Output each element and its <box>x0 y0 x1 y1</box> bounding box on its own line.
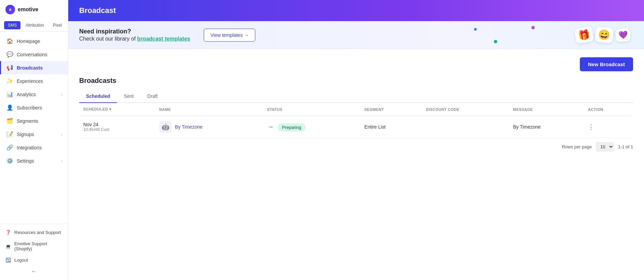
tab-scheduled[interactable]: Scheduled <box>79 90 117 103</box>
content-area: New Broadcast Broadcasts Scheduled Sent … <box>68 49 644 280</box>
tab-pixel[interactable]: Pixel <box>49 21 66 29</box>
analytics-icon: 📊 <box>6 91 13 98</box>
content-top-bar: New Broadcast <box>79 57 633 71</box>
page-header: Broadcast <box>68 0 644 21</box>
tab-sms[interactable]: SMS <box>4 21 20 29</box>
sidebar-item-label: Segments <box>17 118 38 124</box>
tab-draft[interactable]: Draft <box>141 90 164 103</box>
segments-icon: 🗂️ <box>6 118 13 124</box>
rows-per-page-label: Rows per page <box>562 144 591 149</box>
col-action: ACTION <box>584 103 633 116</box>
home-icon: 🏠 <box>6 38 13 44</box>
broadcasts-table-wrap: SCHEDULED ▾ NAME STATUS SEGMENT DISCOUNT… <box>79 103 633 156</box>
sidebar-item-label: Experiences <box>17 78 43 84</box>
cell-message: By Timezone <box>509 116 584 138</box>
subscribers-icon: 👤 <box>6 104 13 111</box>
sidebar-item-integrations[interactable]: 🔗 Integrations <box>0 141 68 154</box>
emoji-card-gift: 🎁 <box>574 26 594 44</box>
status-badge: Preparing <box>278 123 305 131</box>
col-segment: SEGMENT <box>360 103 422 116</box>
settings-icon: ⚙️ <box>6 158 13 164</box>
tab-sent[interactable]: Sent <box>117 90 141 103</box>
sidebar-item-resources[interactable]: ❓ Resources and Support <box>0 227 68 238</box>
broadcasts-tabs: Scheduled Sent Draft <box>79 90 633 103</box>
sidebar-item-label: Signups <box>17 132 34 137</box>
support-icon: 💻 <box>5 244 11 249</box>
broadcast-row-icon: 🤖 <box>159 121 172 133</box>
banner-text: Need inspiration? Check out our library … <box>79 28 190 42</box>
sidebar-item-signups[interactable]: 📝 Signups › <box>0 128 68 141</box>
chevron-right-icon: › <box>61 159 62 163</box>
page-title: Broadcast <box>79 6 633 15</box>
experiences-icon: ✨ <box>6 78 13 84</box>
sidebar-item-subscribers[interactable]: 👤 Subscribers <box>0 101 68 114</box>
banner-highlight: broadcast templates <box>137 36 190 42</box>
broadcasts-table: SCHEDULED ▾ NAME STATUS SEGMENT DISCOUNT… <box>79 103 633 138</box>
sidebar-item-label: Subscribers <box>17 105 42 110</box>
collapse-icon: ← <box>31 268 37 275</box>
scheduled-time: 10:45AM Cust <box>83 127 151 132</box>
cell-segment: Entire List <box>360 116 422 138</box>
status-arrow-icon: → <box>267 123 274 131</box>
sidebar-item-homepage[interactable]: 🏠 Homepage <box>0 34 68 48</box>
emoji-card-heart: 💜 <box>615 28 631 42</box>
inspiration-banner: Need inspiration? Check out our library … <box>68 21 644 49</box>
sidebar-item-label: Homepage <box>17 39 40 44</box>
row-actions-button[interactable]: ⋮ <box>588 123 594 130</box>
scheduled-date: Nov 24 <box>83 122 151 127</box>
sidebar-item-label: Integrations <box>17 145 42 150</box>
pagination-count: 1-1 of 1 <box>618 144 633 149</box>
new-broadcast-button[interactable]: New Broadcast <box>580 57 633 71</box>
banner-decorations: 🎁 😄 💜 <box>575 21 630 49</box>
sidebar-item-conversations[interactable]: 💬 Conversations <box>0 48 68 61</box>
view-templates-button[interactable]: View templates → <box>204 29 255 42</box>
sidebar-item-segments[interactable]: 🗂️ Segments <box>0 114 68 128</box>
sidebar-item-experiences[interactable]: ✨ Experiences <box>0 74 68 88</box>
broadcast-name-wrapper: 🤖 By Timezone <box>159 121 259 133</box>
col-message: MESSAGE <box>509 103 584 116</box>
sidebar-item-support[interactable]: 💻 Emotive Support (Shopify) <box>0 238 68 254</box>
signups-icon: 📝 <box>6 131 13 137</box>
sidebar-collapse-button[interactable]: ← <box>0 266 68 277</box>
cell-scheduled: Nov 24 10:45AM Cust <box>79 116 155 138</box>
sidebar-nav: 🏠 Homepage 💬 Conversations 📢 Broadcasts … <box>0 32 68 224</box>
pagination-bar: Rows per page 10 25 50 1-1 of 1 <box>79 138 633 156</box>
banner-heading: Need inspiration? <box>79 28 190 35</box>
cell-name: 🤖 By Timezone <box>155 116 263 138</box>
deco-dot-blue <box>474 28 477 31</box>
sidebar-bottom-label: Emotive Support (Shopify) <box>14 241 62 251</box>
table-header-row: SCHEDULED ▾ NAME STATUS SEGMENT DISCOUNT… <box>79 103 633 116</box>
sidebar-item-broadcasts[interactable]: 📢 Broadcasts <box>0 61 68 74</box>
broadcast-name-link[interactable]: By Timezone <box>175 124 203 130</box>
sidebar-tab-group: SMS Attribution Pixel <box>0 19 68 32</box>
conversations-icon: 💬 <box>6 51 13 58</box>
col-scheduled[interactable]: SCHEDULED ▾ <box>79 103 155 116</box>
logo-text: emotive <box>18 6 38 13</box>
main-content: Broadcast Need inspiration? Check out ou… <box>68 0 644 280</box>
deco-dot-purple <box>531 26 535 29</box>
chevron-right-icon: › <box>61 92 62 97</box>
sidebar-bottom: ❓ Resources and Support 💻 Emotive Suppor… <box>0 224 68 280</box>
broadcasts-icon: 📢 <box>6 64 13 71</box>
deco-dot-green <box>494 40 497 43</box>
sidebar: e emotive SMS Attribution Pixel 🏠 Homepa… <box>0 0 68 280</box>
sidebar-item-settings[interactable]: ⚙️ Settings › <box>0 154 68 167</box>
rows-per-page-select[interactable]: 10 25 50 <box>596 142 614 151</box>
tab-attribution[interactable]: Attribution <box>22 21 48 29</box>
cell-discount <box>422 116 509 138</box>
resources-icon: ❓ <box>5 230 11 235</box>
table-row: Nov 24 10:45AM Cust 🤖 By Timezone → Prep… <box>79 116 633 138</box>
sidebar-bottom-label: Logout <box>14 257 28 263</box>
sidebar-item-label: Broadcasts <box>17 65 43 71</box>
cell-status: → Preparing <box>263 116 360 138</box>
sidebar-item-analytics[interactable]: 📊 Analytics › <box>0 88 68 101</box>
emoji-card-smile: 😄 <box>595 27 614 43</box>
col-status: STATUS <box>263 103 360 116</box>
banner-subtext: Check out our library of broadcast templ… <box>79 36 190 42</box>
sidebar-item-label: Analytics <box>17 92 36 97</box>
logo: e emotive <box>0 0 68 19</box>
sidebar-item-logout[interactable]: ↩️ Logout <box>0 254 68 266</box>
sidebar-bottom-label: Resources and Support <box>14 230 61 235</box>
sidebar-item-label: Settings <box>17 158 34 164</box>
chevron-right-icon: › <box>61 132 62 136</box>
